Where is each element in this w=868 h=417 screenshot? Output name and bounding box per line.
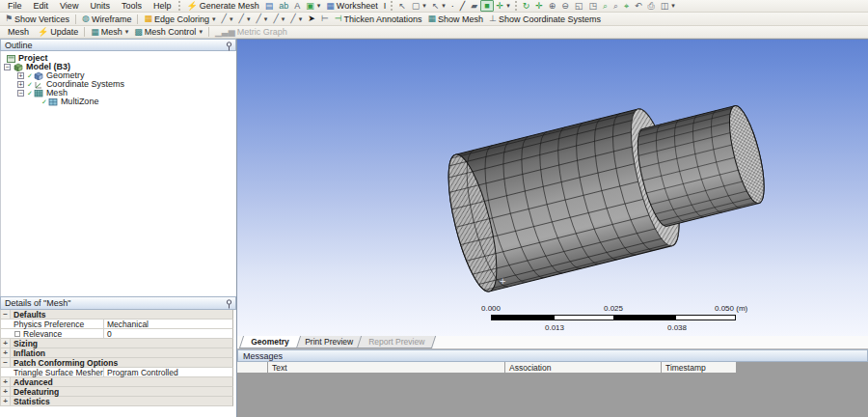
- zoom-out-button[interactable]: ⊖: [558, 0, 572, 12]
- messages-title: Messages: [243, 351, 283, 361]
- menu-edit[interactable]: Edit: [28, 0, 55, 12]
- tree-item-coordinate-systems[interactable]: + ✓ Coordinate Systems: [1, 80, 236, 89]
- edge-option-4-button[interactable]: ╱▾: [270, 13, 287, 25]
- edge-option-5-button[interactable]: ╱▾: [287, 13, 305, 25]
- rotate-button[interactable]: ↻: [520, 0, 533, 12]
- worksheet-button[interactable]: ▦ Worksheet: [323, 0, 380, 12]
- expand-icon[interactable]: +: [1, 377, 11, 386]
- toolbar-grip: [178, 1, 181, 11]
- previous-view-button[interactable]: ↶: [632, 0, 645, 12]
- details-section-statistics[interactable]: + Statistics: [0, 397, 233, 406]
- edge-option-1-button[interactable]: ╱▾: [219, 13, 236, 25]
- expand-icon[interactable]: +: [1, 339, 11, 348]
- zoom-fit-button[interactable]: ◳: [585, 0, 600, 12]
- new-section-plane-button[interactable]: ▤: [262, 0, 277, 12]
- edge-select-button[interactable]: ╱: [457, 0, 468, 12]
- chevron-down-icon: ▾: [299, 15, 303, 23]
- expand-edges-button[interactable]: ⊢: [318, 13, 332, 25]
- menu-units[interactable]: Units: [84, 0, 116, 12]
- expand-icon[interactable]: +: [17, 81, 24, 88]
- menu-tools[interactable]: Tools: [116, 0, 148, 12]
- expand-icon[interactable]: +: [1, 348, 11, 357]
- collapse-icon[interactable]: −: [1, 358, 11, 367]
- tree-item-multizone[interactable]: ✓ MultiZone: [1, 97, 236, 106]
- messages-column-timestamp[interactable]: Timestamp: [662, 362, 737, 374]
- select-mode-button[interactable]: ▢▾: [409, 0, 429, 12]
- annotation-button[interactable]: A: [291, 0, 303, 12]
- generate-mesh-button[interactable]: ⚡ Generate Mesh: [183, 0, 261, 12]
- view-tabs: Geometry Print Preview Report Preview: [237, 336, 868, 349]
- details-section-defeaturing[interactable]: + Defeaturing: [0, 387, 233, 397]
- label-pointer-button[interactable]: ↖: [395, 0, 409, 12]
- expand-icon[interactable]: +: [1, 397, 11, 405]
- outline-tree: Project − Model (B3) + ✓ Geometry + ✓: [0, 51, 236, 296]
- face-select-button[interactable]: ▰: [468, 0, 480, 12]
- edge-option-2-button[interactable]: ╱▾: [236, 13, 254, 25]
- edge-coloring-icon: ▦: [144, 14, 152, 23]
- pin-icon[interactable]: [226, 42, 232, 51]
- magnifier-alt-button[interactable]: ⌕: [610, 0, 621, 12]
- print-button[interactable]: ⎙: [645, 0, 658, 12]
- details-section-sizing[interactable]: + Sizing: [0, 339, 233, 348]
- show-coordinate-systems-button[interactable]: ⊥ Show Coordinate Systems: [486, 13, 604, 25]
- messages-column-text[interactable]: Text: [268, 362, 505, 374]
- body-select-button[interactable]: ■: [480, 0, 493, 12]
- edge-coloring-button[interactable]: ▦ Edge Coloring ▾: [141, 13, 218, 25]
- magnifier-button[interactable]: ⌕: [600, 0, 610, 12]
- tree-item-mesh[interactable]: − ✓ Mesh: [1, 89, 236, 97]
- edge-direction-button[interactable]: ➤: [305, 13, 318, 25]
- extend-selection-button[interactable]: ✛▾: [494, 0, 513, 12]
- triangle-surface-mesher-value[interactable]: Program Controlled: [104, 368, 232, 376]
- viewports-icon: ◫: [661, 2, 669, 11]
- menu-help[interactable]: Help: [148, 0, 177, 12]
- check-icon: ✓: [27, 80, 33, 89]
- mesh-dropdown-button[interactable]: ▦ Mesh ▾: [88, 26, 131, 38]
- details-section-patch-conforming[interactable]: − Patch Conforming Options: [0, 358, 233, 368]
- wireframe-button[interactable]: ◍ Wireframe: [79, 13, 134, 25]
- mesh-control-dropdown-button[interactable]: ▩ Mesh Control ▾: [131, 26, 205, 38]
- image-capture-button[interactable]: ▣▾: [303, 0, 323, 12]
- tab-geometry[interactable]: Geometry: [239, 336, 301, 348]
- collapse-icon[interactable]: −: [17, 90, 24, 97]
- zoom-in-button[interactable]: ⊕: [546, 0, 559, 12]
- select-type-button[interactable]: ↖▾: [429, 0, 448, 12]
- collapse-icon[interactable]: −: [1, 310, 11, 319]
- viewport-layout-button[interactable]: ◫▾: [658, 0, 678, 12]
- tab-report-preview[interactable]: Report Preview: [357, 336, 436, 348]
- chevron-down-icon: ▾: [442, 2, 446, 10]
- pan-button[interactable]: ✛: [532, 0, 546, 12]
- worksheet-icon: ▦: [326, 2, 335, 11]
- details-section-inflation[interactable]: + Inflation: [0, 348, 233, 358]
- chevron-down-icon: ▾: [264, 15, 268, 23]
- metric-graph-button[interactable]: ▁▃▅ Metric Graph: [212, 26, 290, 38]
- messages-selector-column: [237, 362, 268, 374]
- center-view-button[interactable]: ⌖: [621, 0, 632, 12]
- relevance-checkbox[interactable]: [14, 331, 20, 337]
- tab-print-preview[interactable]: Print Preview: [293, 336, 365, 348]
- tree-item-model[interactable]: − Model (B3): [1, 63, 236, 71]
- collapse-icon[interactable]: −: [4, 64, 11, 70]
- pin-icon[interactable]: [226, 299, 232, 309]
- box-zoom-button[interactable]: ◱: [572, 0, 586, 12]
- graphics-viewport[interactable]: 0.000 0.025 0.050 (m) 0.013 0.038 +: [237, 39, 868, 336]
- thicken-annotations-button[interactable]: ⊣ Thicken Annotations: [332, 13, 425, 25]
- context-toolbar-caption: Mesh: [2, 26, 35, 38]
- zoom-in-icon: ⊕: [549, 2, 556, 11]
- edge-option-3-button[interactable]: ╱▾: [253, 13, 270, 25]
- details-section-defaults[interactable]: − Defaults: [0, 310, 233, 320]
- menu-file[interactable]: File: [2, 0, 28, 12]
- menu-view[interactable]: View: [54, 0, 84, 12]
- details-section-advanced[interactable]: + Advanced: [0, 377, 233, 387]
- expand-icon[interactable]: +: [1, 387, 11, 396]
- relevance-value[interactable]: 0: [104, 329, 232, 338]
- comment-button[interactable]: ab: [276, 0, 291, 12]
- update-button[interactable]: ⚡ Update: [35, 26, 81, 38]
- show-mesh-button[interactable]: ▦ Show Mesh: [425, 13, 487, 25]
- show-vertices-button[interactable]: ⚑ Show Vertices: [2, 13, 72, 25]
- messages-header[interactable]: Messages: [237, 349, 868, 362]
- messages-column-association[interactable]: Association: [505, 362, 662, 374]
- expand-icon[interactable]: +: [17, 72, 24, 79]
- vertex-select-button[interactable]: ·: [448, 0, 457, 12]
- physics-preference-value[interactable]: Mechanical: [104, 320, 232, 328]
- ibeam-button[interactable]: I: [381, 0, 390, 12]
